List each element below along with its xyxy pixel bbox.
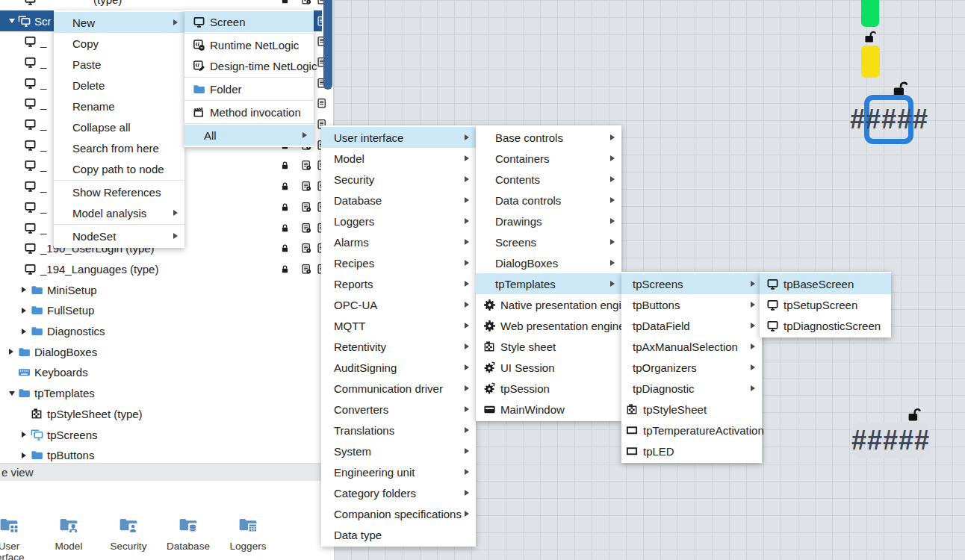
menu-item-model-analysis[interactable]: Model analysis	[54, 202, 184, 223]
menu-item-tporganizers[interactable]: tpOrganizers	[621, 357, 762, 378]
menu-item-nodeset[interactable]: NodeSet	[54, 225, 184, 246]
expand-arrow-icon[interactable]	[22, 287, 31, 293]
menu-item-folder[interactable]: Folder	[184, 78, 314, 99]
menu-item-tptemperatureactivation[interactable]: tpTemperatureActivation	[621, 420, 762, 441]
tree-row-194-languages-type[interactable]: _194_Languages (type)	[0, 258, 322, 279]
menu-item-base-controls[interactable]: Base controls	[476, 127, 621, 148]
shortcut-loggers[interactable]: Loggers	[222, 515, 274, 552]
menu-item-tpscreens[interactable]: tpScreens	[621, 273, 762, 294]
menu-item-rename[interactable]: Rename	[54, 96, 184, 116]
green-rectangle-element[interactable]	[861, 0, 879, 27]
tree-scrollbar-thumb[interactable]	[323, 0, 332, 90]
expand-arrow-icon[interactable]	[9, 349, 18, 355]
menu-item-database[interactable]: Database	[321, 190, 476, 211]
menu-item-tpdatafield[interactable]: tpDataField	[621, 315, 762, 336]
shortcut-database[interactable]: Database	[162, 515, 214, 552]
menu-item-copy-path-to-node[interactable]: Copy path to node	[54, 158, 184, 179]
menu-item-collapse-all[interactable]: Collapse all	[54, 116, 184, 137]
menu-item-engineering-unit[interactable]: Engineering unit	[321, 461, 476, 482]
menu-item-all[interactable]: All	[184, 125, 314, 146]
menu-item-screen[interactable]: Screen	[184, 11, 314, 32]
bs-database-icon	[177, 515, 199, 535]
menu-item-user-interface[interactable]: User interface	[321, 127, 476, 148]
menu-item-reports[interactable]: Reports	[321, 273, 476, 294]
menu-item-label: tpDiagnosticScreen	[784, 320, 881, 332]
expand-arrow-icon[interactable]	[22, 452, 31, 458]
menu-item-model[interactable]: Model	[321, 148, 476, 169]
menu-item-recipes[interactable]: Recipes	[321, 252, 476, 273]
menu-item-tptemplates[interactable]: tpTemplates	[476, 273, 621, 294]
menu-item-tpstylesheet[interactable]: tpStyleSheet	[621, 399, 762, 420]
tree-row-keyboards[interactable]: Keyboards	[0, 362, 322, 383]
menu-item-delete[interactable]: Delete	[54, 75, 184, 96]
menu-item-paste[interactable]: Paste	[54, 54, 184, 75]
shortcut-user[interactable]: User terface	[0, 515, 35, 560]
menu-item-converters[interactable]: Converters	[321, 399, 476, 420]
expand-arrow-icon[interactable]	[22, 432, 31, 438]
menu-item-tpsession[interactable]: tpSession	[476, 378, 621, 399]
collapse-arrow-icon[interactable]	[9, 19, 18, 23]
menu-item-data-controls[interactable]: Data controls	[476, 190, 621, 211]
menu-item-tpbuttons[interactable]: tpButtons	[621, 294, 762, 315]
data-field-placeholder[interactable]: #####	[841, 106, 937, 133]
menu-item-tpdiagnostic[interactable]: tpDiagnostic	[621, 378, 762, 399]
menu-item-tpdiagnosticscreen[interactable]: tpDiagnosticScreen	[760, 315, 891, 336]
menu-item-system[interactable]: System	[321, 441, 476, 461]
menu-item-search-from-here[interactable]: Search from here	[54, 137, 184, 158]
menu-item-tpled[interactable]: tpLED	[621, 441, 762, 461]
menu-item-drawings[interactable]: Drawings	[476, 211, 621, 231]
menu-item-design-time-netlogic[interactable]: Design-time NetLogic	[184, 55, 314, 76]
menu-item-native-presentation-engine[interactable]: Native presentation engine	[476, 294, 621, 315]
menu-item-show-references[interactable]: Show References	[54, 181, 184, 202]
tree-row-tpscreens[interactable]: tpScreens	[0, 424, 322, 445]
menu-item-tpsetupscreen[interactable]: tpSetupScreen	[760, 294, 891, 315]
menu-item-style-sheet[interactable]: Style sheet	[476, 336, 621, 357]
menu-item-security[interactable]: Security	[321, 169, 476, 190]
tree-row-partial-top[interactable]: (type)	[0, 0, 322, 10]
tree-row-tpstylesheet-type[interactable]: tpStyleSheet (type)	[0, 403, 322, 424]
menu-separator	[54, 180, 184, 181]
data-field-placeholder[interactable]: #####	[843, 427, 938, 454]
menu-item-containers[interactable]: Containers	[476, 148, 621, 169]
menu-item-dialogboxes[interactable]: DialogBoxes	[476, 252, 621, 273]
monitor-icon	[24, 139, 37, 152]
menu-item-web-presentation-engine[interactable]: Web presentation engine	[476, 315, 621, 336]
expand-arrow-icon[interactable]	[22, 329, 31, 335]
menu-item-new[interactable]: New	[54, 12, 184, 33]
menu-item-category-folders[interactable]: Category folders	[321, 482, 476, 503]
menu-item-copy[interactable]: Copy	[54, 33, 184, 54]
menu-item-loggers[interactable]: Loggers	[321, 211, 476, 231]
tree-row-diagnostics[interactable]: Diagnostics	[0, 321, 322, 342]
menu-item-companion-specifications[interactable]: Companion specifications	[321, 503, 476, 524]
gear-icon	[483, 299, 496, 311]
menu-item-tpbasescreen[interactable]: tpBaseScreen	[760, 273, 891, 294]
menu-item-contents[interactable]: Contents	[476, 169, 621, 190]
menu-item-method-invocation[interactable]: Method invocation	[184, 102, 314, 122]
menu-item-tpaxmanualselection[interactable]: tpAxManualSelection	[621, 336, 762, 357]
menu-item-communication-driver[interactable]: Communication driver	[321, 378, 476, 399]
type-view-bar[interactable]: e view	[0, 463, 334, 481]
menu-item-retentivity[interactable]: Retentivity	[321, 336, 476, 357]
menu-item-alarms[interactable]: Alarms	[321, 231, 476, 252]
menu-item-opc-ua[interactable]: OPC-UA	[321, 294, 476, 315]
menu-item-mqtt[interactable]: MQTT	[321, 315, 476, 336]
menu-item-data-type[interactable]: Data type	[321, 524, 476, 545]
folder-icon	[193, 83, 205, 96]
expand-arrow-icon[interactable]	[22, 308, 31, 314]
yellow-rectangle-element[interactable]	[861, 46, 880, 78]
menu-item-mainwindow[interactable]: MainWindow	[476, 399, 621, 420]
menu-item-auditsigning[interactable]: AuditSigning	[321, 357, 476, 378]
shortcut-security[interactable]: Security	[102, 515, 155, 552]
tree-row-tptemplates[interactable]: tpTemplates	[0, 383, 322, 404]
menu-item-runtime-netlogic[interactable]: Runtime NetLogic	[184, 34, 314, 55]
tree-row-minisetup[interactable]: MiniSetup	[0, 279, 322, 300]
shortcut-model[interactable]: Model	[43, 515, 95, 552]
tree-row-dialogboxes[interactable]: DialogBoxes	[0, 341, 322, 362]
keyboard-icon	[18, 366, 31, 379]
menu-item-ui-session[interactable]: UI Session	[476, 357, 621, 378]
menu-item-screens[interactable]: Screens	[476, 231, 621, 252]
menu-item-translations[interactable]: Translations	[321, 420, 476, 441]
tree-row-tpbuttons[interactable]: tpButtons	[0, 445, 322, 463]
collapse-arrow-icon[interactable]	[9, 391, 18, 396]
tree-row-fullsetup[interactable]: FullSetup	[0, 300, 322, 321]
